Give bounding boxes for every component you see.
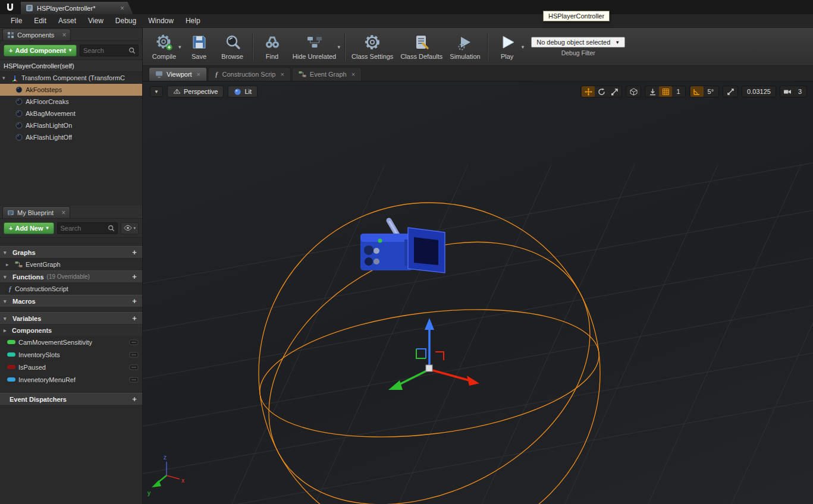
item-constructionscript[interactable]: ƒ ConstructionScript bbox=[0, 283, 142, 295]
component-item-akflashlighton[interactable]: AkFlashLightOn bbox=[0, 119, 142, 131]
menu-edit[interactable]: Edit bbox=[28, 15, 52, 27]
add-function-button[interactable]: + bbox=[130, 272, 139, 281]
browse-button[interactable]: Browse bbox=[216, 30, 249, 64]
section-variables[interactable]: ▾ Variables + bbox=[0, 312, 142, 325]
debug-filter-label: Debug Filter bbox=[561, 49, 595, 56]
component-item-akbagmovement[interactable]: AkBagMovement bbox=[0, 108, 142, 119]
coordinate-system-button[interactable] bbox=[627, 86, 640, 97]
variable-row-invenetorymenuref[interactable]: InvenetoryMenuRef bbox=[0, 373, 142, 386]
tab-close-icon[interactable]: × bbox=[197, 71, 200, 78]
scale-snap-value[interactable]: 0.03125 bbox=[743, 88, 775, 95]
tab-event-graph[interactable]: Event Graph × bbox=[292, 67, 362, 81]
variable-row-cammovementsensitivity[interactable]: CamMovementSensitivity bbox=[0, 336, 142, 348]
lit-sphere-icon bbox=[234, 88, 241, 96]
rotate-tool-button[interactable] bbox=[595, 86, 608, 97]
menu-asset[interactable]: Asset bbox=[52, 15, 82, 27]
my-blueprint-search[interactable] bbox=[57, 222, 118, 234]
tab-close-icon[interactable]: × bbox=[351, 71, 355, 78]
compile-options-caret[interactable]: ▾ bbox=[178, 44, 181, 50]
add-new-button[interactable]: + Add New ▾ bbox=[4, 222, 54, 234]
expander-icon[interactable]: ▾ bbox=[4, 298, 10, 304]
variables-components-group[interactable]: ▸ Components bbox=[0, 325, 142, 336]
menu-debug[interactable]: Debug bbox=[109, 15, 142, 27]
visibility-closed-icon[interactable] bbox=[129, 351, 139, 358]
class-defaults-button[interactable]: Class Defaults bbox=[397, 30, 446, 64]
tab-construction-script[interactable]: ƒ Construction Scrip × bbox=[208, 67, 291, 81]
visibility-closed-icon[interactable] bbox=[129, 376, 139, 383]
components-panel-close-icon[interactable]: × bbox=[62, 31, 66, 39]
toolbar-separator bbox=[487, 33, 488, 61]
add-macro-button[interactable]: + bbox=[130, 297, 139, 305]
component-root-item[interactable]: HSPlayerController(self) bbox=[0, 60, 142, 72]
grid-snap-icon bbox=[662, 88, 670, 96]
play-options-caret[interactable]: ▾ bbox=[522, 44, 525, 50]
components-search[interactable] bbox=[80, 45, 139, 56]
menu-window[interactable]: Window bbox=[142, 15, 180, 27]
hide-unrelated-options-caret[interactable]: ▾ bbox=[338, 44, 341, 50]
viewport-options-dropdown[interactable]: ▼ bbox=[150, 86, 163, 97]
expander-icon[interactable]: ▾ bbox=[4, 274, 10, 280]
components-panel-tab[interactable]: Components × bbox=[2, 29, 71, 40]
expander-icon[interactable]: ▾ bbox=[4, 250, 10, 256]
expander-icon[interactable]: ▾ bbox=[2, 75, 8, 81]
my-blueprint-panel-close-icon[interactable]: × bbox=[61, 209, 65, 217]
find-button[interactable]: Find bbox=[256, 30, 289, 64]
asset-tab[interactable]: HSPlayerController* × bbox=[20, 1, 133, 14]
my-blueprint-toolbar: + Add New ▾ ▾ bbox=[0, 219, 142, 238]
debug-object-dropdown[interactable]: No debug object selected ▼ bbox=[531, 37, 625, 48]
function-icon: ƒ bbox=[8, 285, 12, 294]
tab-viewport[interactable]: Viewport × bbox=[149, 67, 207, 81]
save-button[interactable]: Save bbox=[183, 30, 216, 64]
grid-snap-button[interactable] bbox=[659, 86, 672, 97]
menu-help[interactable]: Help bbox=[180, 15, 206, 27]
visibility-closed-icon[interactable] bbox=[129, 364, 139, 371]
class-settings-button[interactable]: Class Settings bbox=[348, 30, 397, 64]
visibility-closed-icon[interactable] bbox=[129, 339, 139, 346]
add-component-button[interactable]: + Add Component ▾ bbox=[4, 45, 77, 56]
components-search-input[interactable] bbox=[80, 46, 128, 55]
visibility-filter-button[interactable]: ▾ bbox=[121, 222, 139, 234]
simulation-button[interactable]: Simulation bbox=[446, 30, 484, 64]
asset-tab-close-icon[interactable]: × bbox=[120, 4, 124, 12]
component-item-akfootsteps[interactable]: AkFootsteps bbox=[0, 84, 142, 96]
my-blueprint-search-input[interactable] bbox=[58, 223, 108, 233]
compile-button[interactable]: Compile bbox=[147, 30, 181, 64]
add-event-dispatcher-button[interactable]: + bbox=[130, 395, 139, 404]
maximize-viewport-button[interactable] bbox=[724, 86, 737, 97]
menu-file[interactable]: File bbox=[5, 15, 28, 27]
add-graph-button[interactable]: + bbox=[130, 248, 139, 257]
expander-icon[interactable]: ▸ bbox=[6, 262, 12, 267]
move-tool-button[interactable] bbox=[582, 86, 595, 97]
variable-row-inventoryslots[interactable]: InventorySlots bbox=[0, 348, 142, 361]
menu-view[interactable]: View bbox=[82, 15, 109, 27]
viewport-3d[interactable]: z x y ▼ Perspective Lit bbox=[143, 81, 813, 504]
grid-snap-value[interactable]: 1 bbox=[672, 88, 684, 95]
camera-speed-button[interactable] bbox=[781, 86, 794, 97]
my-blueprint-panel-tab[interactable]: My Blueprint × bbox=[2, 206, 70, 218]
my-blueprint-icon bbox=[7, 209, 14, 216]
component-transform-item[interactable]: ▾ Transform Component (TransformC bbox=[0, 72, 142, 84]
surface-snap-button[interactable] bbox=[646, 86, 659, 97]
section-functions[interactable]: ▾ Functions (19 Overridable) + bbox=[0, 270, 142, 283]
item-eventgraph[interactable]: ▸ EventGraph bbox=[0, 259, 142, 270]
viewport-perspective-button[interactable]: Perspective bbox=[167, 86, 224, 97]
section-graphs[interactable]: ▾ Graphs + bbox=[0, 246, 142, 259]
scale-tool-button[interactable] bbox=[608, 86, 621, 97]
rotation-snap-value[interactable]: 5° bbox=[704, 88, 718, 95]
rotation-snap-button[interactable] bbox=[690, 86, 704, 97]
transform-gizmo bbox=[388, 318, 479, 390]
add-variable-button[interactable]: + bbox=[130, 314, 139, 323]
camera-speed-value[interactable]: 3 bbox=[794, 88, 806, 95]
hide-unrelated-button[interactable]: Hide Unrelated bbox=[289, 30, 340, 64]
expander-icon[interactable]: ▾ bbox=[4, 316, 10, 322]
expander-icon[interactable]: ▸ bbox=[4, 327, 10, 333]
viewport-lit-button[interactable]: Lit bbox=[228, 86, 258, 97]
section-event-dispatchers[interactable]: Event Dispatchers + bbox=[0, 393, 142, 405]
section-macros[interactable]: ▾ Macros + bbox=[0, 295, 142, 307]
component-item-akflashlightoff[interactable]: AkFlashLightOff bbox=[0, 131, 142, 143]
variable-row-ispaused[interactable]: IsPaused bbox=[0, 361, 142, 373]
play-button[interactable]: Play bbox=[491, 30, 524, 64]
component-item-akfloorcreaks[interactable]: AkFloorCreaks bbox=[0, 96, 142, 108]
tab-close-icon[interactable]: × bbox=[280, 71, 284, 78]
ak-component-icon bbox=[15, 110, 23, 117]
